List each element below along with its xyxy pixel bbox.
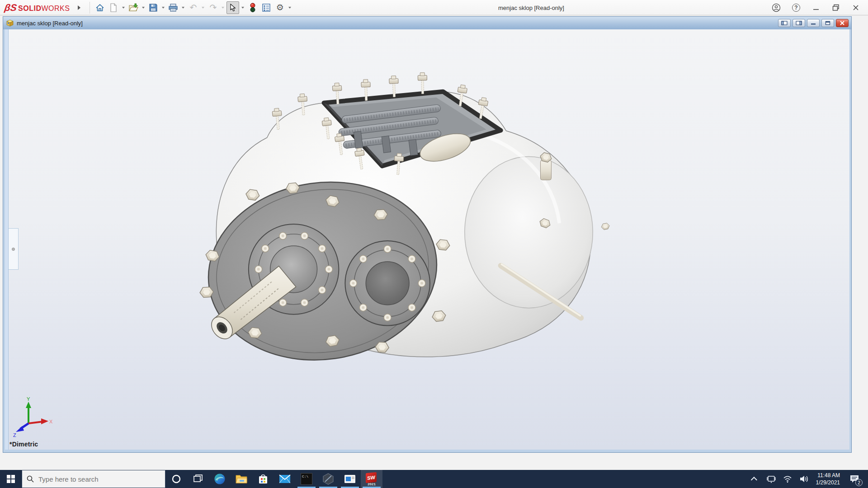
redo-dropdown[interactable]	[220, 1, 226, 14]
save-icon	[149, 3, 158, 12]
panel-splitter-handle[interactable]	[9, 228, 19, 270]
windows-taskbar: C:\ SW 2021 11:48 AM	[0, 470, 868, 488]
pane-left-icon	[781, 21, 788, 25]
command-prompt-icon: C:\	[301, 473, 312, 485]
document-window: menjac sklop [Read-only]	[3, 16, 852, 453]
doc-minimize-icon	[811, 21, 816, 25]
save-dropdown[interactable]	[160, 1, 166, 14]
minimize-icon	[813, 5, 819, 11]
solidworks-taskbar-icon: SW 2021	[365, 473, 378, 485]
countershaft-cover[interactable]	[345, 241, 430, 326]
select-cursor-icon	[229, 4, 236, 12]
toolbar-separator	[90, 2, 90, 14]
start-button[interactable]	[0, 470, 22, 488]
doc-close-button[interactable]	[836, 19, 849, 27]
taskbar-app-mail[interactable]	[274, 470, 296, 488]
file-properties-button[interactable]	[260, 1, 273, 14]
y-axis-arrow[interactable]	[26, 402, 31, 408]
cortana-button[interactable]	[165, 470, 187, 488]
system-tray: 11:48 AM 1/29/2021 2	[748, 470, 868, 488]
pane-left-button[interactable]	[778, 19, 791, 27]
taskbar-app-edge[interactable]	[209, 470, 231, 488]
doc-minimize-button[interactable]	[807, 19, 820, 27]
doc-restore-button[interactable]	[821, 19, 834, 27]
print-button[interactable]	[167, 1, 179, 14]
redo-icon: ↷	[209, 3, 217, 12]
tray-volume-button[interactable]	[797, 470, 811, 488]
new-document-button[interactable]	[107, 1, 120, 14]
solidworks-app: βSSOLIDWORKS ↶ ↷	[0, 0, 868, 488]
menu-flyout-arrow-icon[interactable]	[78, 5, 80, 10]
select-dropdown[interactable]	[240, 1, 245, 14]
tray-overflow-button[interactable]	[748, 470, 762, 488]
task-view-button[interactable]	[187, 470, 209, 488]
open-folder-icon	[128, 3, 138, 12]
print-icon	[168, 3, 178, 12]
close-icon	[853, 5, 859, 11]
reference-triad[interactable]: Y X Z	[12, 395, 54, 437]
taskbar-search[interactable]	[22, 470, 165, 488]
minimize-button[interactable]	[807, 1, 825, 14]
speaker-icon	[799, 475, 808, 483]
undo-dropdown[interactable]	[200, 1, 206, 14]
taskbar-app-hexagon[interactable]	[317, 470, 339, 488]
help-button[interactable]: ?	[788, 1, 805, 14]
file-properties-icon	[262, 3, 271, 12]
hexagon-app-icon	[322, 473, 334, 485]
pane-right-button[interactable]	[793, 19, 805, 27]
user-account-icon	[772, 3, 781, 12]
open-button[interactable]	[127, 1, 140, 14]
print-dropdown[interactable]	[180, 1, 186, 14]
action-center-button[interactable]: 2	[845, 470, 863, 488]
account-button[interactable]	[768, 1, 785, 14]
wifi-icon	[783, 475, 792, 483]
options-dropdown[interactable]	[287, 1, 292, 14]
gearbox-3d-model[interactable]	[5, 29, 849, 450]
document-titlebar[interactable]: menjac sklop [Read-only]	[3, 17, 851, 29]
triad-x-label: X	[49, 419, 53, 424]
home-icon	[95, 3, 104, 12]
rebuild-traffic-light-icon	[250, 3, 255, 13]
pane-right-icon	[796, 21, 802, 25]
open-dropdown[interactable]	[141, 1, 146, 14]
solidworks-logo: βSSOLIDWORKS	[5, 2, 70, 13]
restore-button[interactable]	[827, 1, 844, 14]
undo-button[interactable]: ↶	[187, 1, 199, 14]
redo-button[interactable]: ↷	[207, 1, 219, 14]
taskbar-app-command-prompt[interactable]: C:\	[296, 470, 317, 488]
display-icon	[767, 475, 776, 483]
featuremanager-collapsed-strip	[5, 29, 9, 450]
taskbar-app-store[interactable]	[252, 470, 274, 488]
help-icon: ?	[792, 4, 800, 12]
tray-network-button[interactable]	[781, 470, 794, 488]
taskbar-app-solidworks[interactable]: SW 2021	[361, 470, 382, 488]
search-input[interactable]	[38, 475, 151, 483]
save-button[interactable]	[147, 1, 160, 14]
taskbar-clock[interactable]: 11:48 AM 1/29/2021	[813, 472, 843, 486]
chevron-up-icon	[750, 477, 757, 483]
undo-icon: ↶	[189, 3, 197, 12]
search-icon	[27, 475, 34, 483]
taskbar-app-window[interactable]	[339, 470, 361, 488]
notification-count-badge: 2	[855, 479, 863, 486]
document-window-buttons	[778, 19, 849, 27]
graphics-area[interactable]: Y X Z *Dimetric	[5, 29, 849, 450]
window-app-icon	[344, 474, 356, 483]
splitter-grip-icon	[12, 248, 15, 251]
close-button[interactable]	[847, 1, 864, 14]
select-button[interactable]	[226, 1, 239, 14]
assembly-document-icon	[6, 19, 14, 27]
solidworks-logo-mark: βS	[4, 2, 17, 13]
new-document-dropdown[interactable]	[121, 1, 126, 14]
document-title: menjac sklop [Read-only]	[17, 20, 83, 27]
doc-close-icon	[840, 21, 845, 25]
x-axis-arrow[interactable]	[41, 418, 48, 424]
rebuild-button[interactable]	[246, 1, 259, 14]
options-button[interactable]: ⚙	[274, 1, 286, 14]
restore-icon	[832, 4, 840, 11]
clock-time: 11:48 AM	[816, 472, 840, 479]
taskbar-app-file-explorer[interactable]	[231, 470, 252, 488]
edge-icon	[214, 473, 226, 485]
tray-display-button[interactable]	[764, 470, 778, 488]
home-button[interactable]	[94, 1, 106, 14]
